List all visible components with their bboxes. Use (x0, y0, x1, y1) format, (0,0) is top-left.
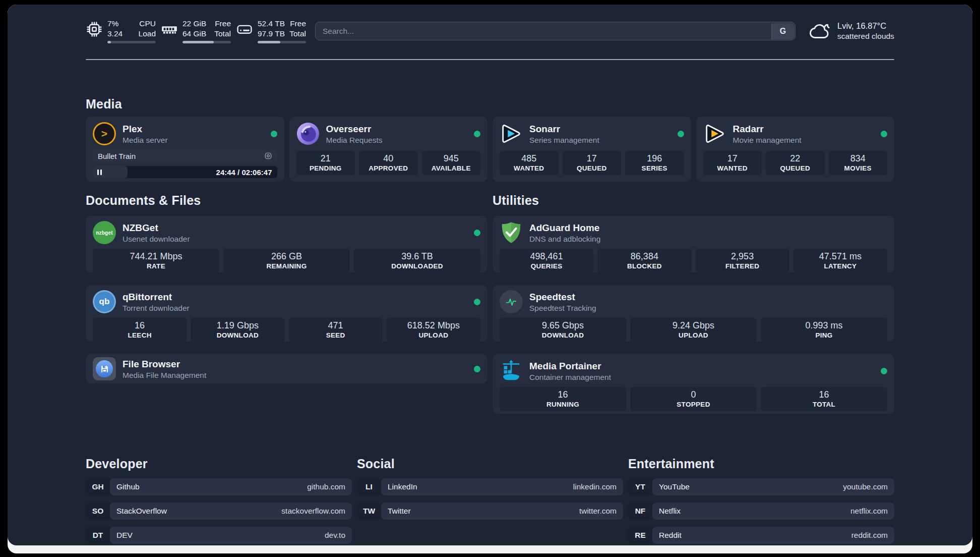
link-stackoverflow[interactable]: SOStackOverflowstackoverflow.com (86, 503, 352, 520)
metric-labels: FreeTotal (214, 19, 231, 39)
service-title: Radarr (733, 123, 802, 135)
service-title: Sonarr (529, 123, 599, 135)
link-pill: Redditreddit.com (652, 527, 894, 544)
stats-grid: 16RUNNING0STOPPED16TOTAL (500, 387, 887, 411)
status-indicator (474, 366, 480, 372)
stats-grid: 17WANTED22QUEUED834MOVIES (703, 151, 888, 175)
media-cards-row: >PlexMedia serverBullet Train24:44 / 02:… (86, 117, 894, 182)
stat-approved: 40APPROVED (359, 151, 418, 175)
link-badge: TW (357, 503, 381, 520)
metric-labels: FreeTotal (289, 19, 306, 39)
now-playing-row[interactable]: Bullet Train (93, 149, 277, 162)
stat-latency: 47.571 msLATENCY (793, 249, 887, 273)
service-card-adguard[interactable]: AdGuard HomeDNS and adblocking498,461QUE… (493, 216, 894, 272)
search-input[interactable] (316, 22, 795, 40)
link-pill: Githubgithub.com (110, 478, 352, 495)
metric-memory: 22 GiB64 GiBFreeTotal (161, 19, 231, 43)
stats-grid: 21PENDING40APPROVED945AVAILABLE (296, 151, 481, 175)
service-card-speedtest[interactable]: SpeedtestSpeedtest Tracking9.65 GbpsDOWN… (493, 285, 894, 342)
status-indicator (474, 299, 480, 305)
metric-labels: CPULoad (139, 19, 156, 39)
search-bar: G (315, 22, 795, 40)
pause-icon[interactable] (97, 170, 102, 175)
weather-widget[interactable]: Lviv, 16.87°C scattered clouds (809, 20, 894, 43)
stat-label: SEED (291, 331, 381, 340)
dashboard-panel: 7%3.24CPULoad22 GiB64 GiBFreeTotal52.4 T… (8, 5, 972, 545)
metric-values: 52.4 TB97.9 TB (258, 19, 285, 39)
link-reddit[interactable]: RERedditreddit.com (628, 527, 894, 544)
stat-label: APPROVED (361, 164, 416, 173)
link-group-social: SocialLILinkedInlinkedin.comTWTwittertwi… (357, 456, 623, 551)
service-card-nzbget[interactable]: nzbgetNZBGetUsenet downloader744.21 Mbps… (86, 216, 487, 272)
service-card-portainer[interactable]: Media PortainerContainer management16RUN… (493, 354, 894, 414)
stat-available: 945AVAILABLE (422, 151, 481, 175)
storage-usage-bar (258, 41, 306, 43)
playback-time: 24:44 / 02:06:47 (216, 168, 272, 177)
stat-label: PENDING (298, 164, 353, 173)
search-engine-button[interactable]: G (771, 23, 794, 39)
service-card-radarr[interactable]: RadarrMovie management17WANTED22QUEUED83… (696, 117, 895, 182)
link-twitter[interactable]: TWTwittertwitter.com (357, 503, 623, 520)
radarr-icon (703, 122, 726, 145)
stat-label: FILTERED (698, 262, 787, 270)
adguard-icon (500, 221, 523, 244)
service-subtitle: Speedtest Tracking (529, 303, 596, 313)
service-subtitle: Media server (122, 135, 168, 145)
stat-blocked: 86,384BLOCKED (597, 249, 691, 273)
service-subtitle: Media File Management (122, 370, 206, 380)
stat-value: 2,953 (698, 251, 787, 262)
metric-values: 22 GiB64 GiB (182, 19, 206, 39)
stat-value: 945 (424, 153, 479, 164)
link-url: reddit.com (851, 531, 888, 540)
service-subtitle: Usenet downloader (122, 234, 190, 244)
session-icon[interactable] (264, 152, 272, 160)
stat-value: 16 (502, 389, 624, 400)
stat-wanted: 17WANTED (703, 151, 762, 175)
filebrowser-icon (93, 357, 116, 380)
stat-value: 0.993 ms (763, 320, 885, 331)
stat-value: 834 (831, 153, 886, 164)
stat-queries: 498,461QUERIES (500, 249, 593, 273)
link-name: YouTube (659, 482, 690, 491)
stat-label: LEECH (95, 331, 185, 340)
service-card-plex[interactable]: >PlexMedia serverBullet Train24:44 / 02:… (86, 117, 284, 182)
cloud-icon (809, 20, 832, 43)
stat-label: RUNNING (502, 400, 624, 409)
service-title: Media Portainer (529, 360, 611, 372)
status-indicator (271, 131, 277, 137)
stat-label: LATENCY (795, 262, 885, 270)
stat-total: 16TOTAL (761, 387, 887, 411)
service-card-filebrowser[interactable]: File BrowserMedia File Management (86, 354, 487, 383)
service-title: File Browser (122, 358, 206, 370)
service-card-qbittorrent[interactable]: qbqBittorrentTorrent downloader16LEECH1.… (86, 285, 487, 342)
link-youtube[interactable]: YTYouTubeyoutube.com (628, 478, 894, 495)
stat-label: STOPPED (632, 400, 755, 409)
section-title-social: Social (357, 456, 623, 471)
link-github[interactable]: GHGithubgithub.com (86, 478, 352, 495)
link-netflix[interactable]: NFNetflixnetflix.com (628, 503, 894, 520)
link-url: youtube.com (843, 482, 888, 491)
documents-column: Documents & Files nzbgetNZBGetUsenet dow… (86, 182, 487, 426)
link-badge: SO (86, 503, 110, 520)
stat-value: 744.21 Mbps (95, 251, 217, 262)
service-card-overseerr[interactable]: OverseerrMedia Requests21PENDING40APPROV… (289, 117, 488, 182)
link-dev[interactable]: DTDEVdev.to (86, 527, 352, 544)
stat-value: 485 (502, 153, 557, 164)
link-name: DEV (116, 531, 133, 540)
link-pill: LinkedInlinkedin.com (381, 478, 623, 495)
stat-filtered: 2,953FILTERED (696, 249, 789, 273)
status-indicator (474, 131, 480, 137)
status-indicator (678, 131, 684, 137)
stat-label: DOWNLOAD (193, 331, 282, 340)
stat-pending: 21PENDING (296, 151, 355, 175)
service-card-sonarr[interactable]: SonarrSeries management485WANTED17QUEUED… (493, 117, 691, 182)
nzbget-icon: nzbget (93, 221, 116, 244)
service-subtitle: Media Requests (326, 135, 383, 145)
status-indicator (881, 131, 887, 137)
playback-progress-bar[interactable]: 24:44 / 02:06:47 (93, 166, 277, 178)
stat-label: SERIES (627, 164, 682, 173)
stat-download: 9.65 GbpsDOWNLOAD (500, 318, 626, 342)
link-linkedin[interactable]: LILinkedInlinkedin.com (357, 478, 623, 495)
plex-icon: > (93, 122, 116, 145)
header-divider (86, 59, 894, 60)
